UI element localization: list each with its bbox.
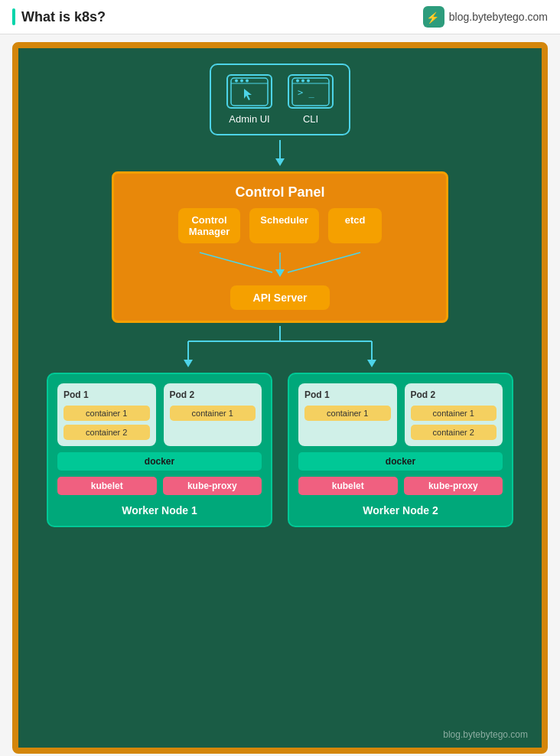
svg-point-5 (240, 79, 243, 82)
svg-marker-19 (275, 269, 285, 277)
worker-node-1: Pod 1 container 1 container 2 Pod 2 cont… (47, 373, 272, 527)
svg-marker-23 (184, 360, 193, 367)
arrow-ui-to-cp (272, 140, 288, 167)
api-server-box: API Server (230, 285, 330, 310)
svg-text:⚡: ⚡ (426, 11, 440, 24)
kubelet-node1: kubelet (57, 477, 157, 495)
pod1-node1: Pod 1 container 1 container 2 (57, 383, 156, 446)
worker-nodes-section: Pod 1 container 1 container 2 Pod 2 cont… (47, 373, 513, 527)
cp-arrows-svg (142, 251, 418, 278)
site-url: blog.bytebytego.com (449, 11, 548, 23)
control-panel-title: Control Panel (235, 184, 324, 200)
svg-marker-15 (275, 158, 285, 166)
container1-pod1-node1: container 1 (63, 406, 150, 421)
svg-marker-26 (367, 360, 376, 367)
site-badge: ⚡ blog.bytebytego.com (423, 6, 548, 28)
admin-ui-svg (230, 77, 269, 106)
pod1-node2: Pod 1 container 1 (298, 383, 397, 446)
cli-label: CLI (303, 113, 318, 125)
admin-ui-icon (226, 74, 272, 109)
site-icon: ⚡ (423, 6, 444, 28)
admin-ui-item: Admin UI (226, 74, 272, 125)
cp-components: ControlManager Scheduler etcd (178, 208, 382, 243)
cli-svg: > _ (291, 77, 330, 106)
container1-pod1-node2: container 1 (304, 406, 391, 421)
kube-proxy-node1: kube-proxy (163, 477, 262, 495)
svg-point-11 (301, 79, 304, 82)
pods-row-1: Pod 1 container 1 container 2 Pod 2 cont… (57, 383, 262, 446)
pod1-node2-label: Pod 1 (304, 389, 391, 400)
branch-arrows-svg (89, 326, 471, 368)
svg-line-16 (200, 253, 272, 272)
ui-cli-box: Admin UI > _ CLI (210, 64, 350, 135)
container2-pod1-node1: container 2 (63, 425, 150, 440)
page-header: What is k8s? ⚡ blog.bytebytego.com (0, 0, 560, 34)
svg-point-6 (246, 79, 249, 82)
cli-item: > _ CLI (288, 74, 334, 125)
pod2-node1-label: Pod 2 (170, 389, 256, 400)
pod2-node2-label: Pod 2 (411, 389, 497, 400)
svg-text:> _: > _ (298, 87, 314, 98)
chalkboard: Admin UI > _ CLI (12, 42, 548, 754)
pod2-node2: Pod 2 container 1 container 2 (405, 383, 503, 446)
svg-point-4 (235, 79, 238, 82)
watermark: blog.bytebytego.com (443, 729, 528, 740)
docker-bar-node1: docker (57, 452, 262, 471)
worker-node-2: Pod 1 container 1 Pod 2 container 1 cont… (288, 373, 513, 527)
kube-proxy-node2: kube-proxy (404, 477, 503, 495)
title-accent (12, 8, 15, 25)
worker-node-1-label: Worker Node 1 (57, 504, 262, 516)
admin-ui-label: Admin UI (229, 113, 269, 125)
svg-point-12 (307, 79, 310, 82)
etcd-box: etcd (328, 208, 382, 243)
page-title: What is k8s? (21, 9, 106, 25)
service-bars-node2: kubelet kube-proxy (298, 477, 503, 495)
container1-pod2-node2: container 1 (411, 406, 497, 421)
pod1-node1-label: Pod 1 (63, 389, 150, 400)
pod2-node1: Pod 2 container 1 (164, 383, 262, 446)
pods-row-2: Pod 1 container 1 Pod 2 container 1 cont… (298, 383, 503, 446)
title-bar: What is k8s? (12, 8, 106, 25)
svg-point-10 (296, 79, 299, 82)
container1-pod2-node1: container 1 (170, 406, 256, 421)
docker-bar-node2: docker (298, 452, 503, 471)
scheduler-box: Scheduler (249, 208, 319, 243)
control-manager-box: ControlManager (178, 208, 240, 243)
container2-pod2-node2: container 2 (411, 425, 497, 440)
kubelet-node2: kubelet (298, 477, 398, 495)
svg-marker-7 (244, 89, 252, 100)
branching-arrows (89, 326, 471, 368)
svg-line-18 (288, 253, 360, 272)
cli-icon: > _ (288, 74, 334, 109)
top-section: Admin UI > _ CLI (210, 64, 350, 135)
control-panel: Control Panel ControlManager Scheduler e… (112, 171, 448, 323)
worker-node-2-label: Worker Node 2 (298, 504, 503, 516)
service-bars-node1: kubelet kube-proxy (57, 477, 262, 495)
